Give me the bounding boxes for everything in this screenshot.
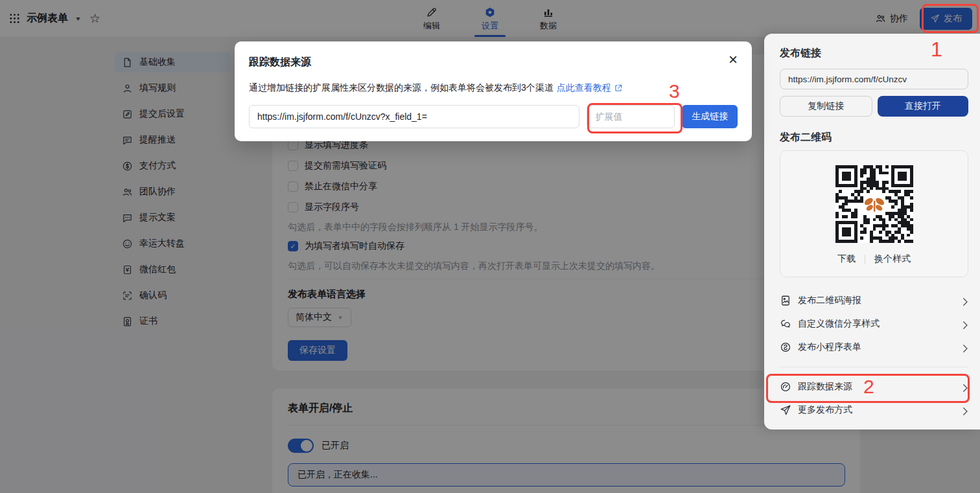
panel-item-more-publish-methods[interactable]: 更多发布方式 (780, 398, 968, 422)
modal-title: 跟踪数据来源 (249, 56, 738, 70)
chevron-right-icon (959, 343, 968, 352)
divider (865, 255, 865, 264)
gauge-icon (780, 381, 791, 393)
qr-code (835, 165, 913, 243)
qr-code-card: 下载 换个样式 (780, 150, 968, 277)
miniprogram-icon (780, 341, 791, 353)
generate-link-button[interactable]: 生成链接 (682, 105, 738, 128)
panel-item-qr-poster[interactable]: 发布二维码海报 (780, 289, 968, 312)
qr-change-style-link[interactable]: 换个样式 (874, 253, 911, 265)
panel-item-label: 自定义微信分享样式 (798, 318, 953, 330)
panel-item-wechat-share-style[interactable]: 自定义微信分享样式 (780, 312, 968, 336)
extension-value-input[interactable] (587, 105, 675, 128)
publish-link-input[interactable] (780, 69, 968, 89)
chevron-right-icon (959, 382, 968, 391)
chevron-right-icon (959, 406, 968, 415)
qr-code-title: 发布二维码 (780, 131, 968, 145)
chevron-right-icon (959, 296, 968, 305)
external-link-icon (614, 84, 623, 93)
publish-panel: 发布链接 复制链接 直接打开 发布二维码 下载 换个样式 发布二维码海报 (764, 34, 980, 430)
paper-plane-icon (780, 404, 791, 416)
tracking-url-input[interactable] (249, 105, 579, 128)
publish-link-title: 发布链接 (780, 47, 968, 61)
panel-item-miniprogram-form[interactable]: 发布小程序表单 (780, 336, 968, 359)
panel-item-label: 发布小程序表单 (798, 341, 953, 353)
panel-item-label: 发布二维码海报 (798, 295, 953, 306)
panel-item-label: 跟踪数据来源 (798, 381, 953, 393)
wechat-icon (780, 318, 791, 330)
chevron-right-icon (959, 319, 968, 328)
tutorial-link[interactable]: 点此查看教程 (557, 82, 623, 94)
modal-description: 通过增加链接的扩展属性来区分数据的来源，例如表单将会被发布到3个渠道 (249, 82, 554, 94)
panel-item-track-data-source[interactable]: 跟踪数据来源 (780, 375, 968, 398)
panel-item-label: 更多发布方式 (798, 404, 953, 416)
close-icon[interactable]: × (729, 52, 738, 67)
track-data-source-modal: 跟踪数据来源 × 通过增加链接的扩展属性来区分数据的来源，例如表单将会被发布到3… (235, 41, 752, 141)
divider (780, 367, 968, 367)
copy-link-button[interactable]: 复制链接 (780, 96, 872, 117)
poster-icon (780, 295, 791, 306)
qr-download-link[interactable]: 下载 (837, 253, 856, 265)
open-link-button[interactable]: 直接打开 (878, 96, 969, 117)
app-window: 示例表单 ▼ ☆ 编辑 (0, 0, 980, 493)
